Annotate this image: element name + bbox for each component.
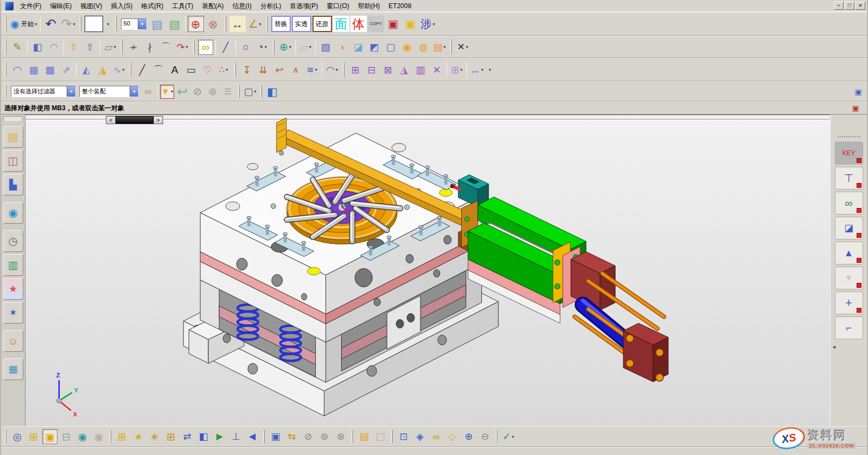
snapshot-disabled-button[interactable]: ◉ <box>91 429 106 444</box>
curve-fillet-button[interactable]: ⌒ <box>158 40 174 55</box>
display-options-dropdown[interactable]: ▾ <box>104 16 112 32</box>
moldbase-key-button[interactable]: KEY <box>835 142 863 165</box>
dropdown-arrow[interactable]: ▾ <box>226 67 228 72</box>
studio-spline-button[interactable]: ♡ <box>200 62 215 78</box>
dropdown-arrow[interactable]: ▾ <box>444 45 446 49</box>
move-face-button[interactable]: ⊞ <box>348 62 363 78</box>
dropdown-arrow[interactable]: ▾ <box>466 45 468 49</box>
deform-surface-button[interactable]: ◠ <box>46 40 61 55</box>
part-navigator-button[interactable]: ▙ <box>3 174 23 195</box>
show-component-button[interactable]: ▣ <box>42 429 58 444</box>
through-curves-button[interactable]: ▦ <box>26 62 41 78</box>
exploded-views-button[interactable]: ◈ <box>412 429 427 444</box>
menu-view[interactable]: 视图(V) <box>76 2 106 10</box>
relations-button[interactable]: ⊕ <box>461 429 476 444</box>
suppress-component-button[interactable]: ⊘ <box>301 429 316 444</box>
section-surface-button[interactable]: ◭ <box>79 62 94 78</box>
mirror-assembly-button[interactable]: ◧ <box>196 429 211 444</box>
history-button[interactable]: ◷ <box>3 230 23 252</box>
docked-palette-icon[interactable]: ▣ <box>848 100 863 116</box>
layer-combo-arrow[interactable]: ▼ <box>138 19 146 29</box>
resource-bar-tab[interactable] <box>3 116 23 121</box>
menu-analysis[interactable]: 分析(L) <box>256 2 286 10</box>
menu-et2008[interactable]: ET2008 <box>384 2 416 10</box>
pattern-component-button[interactable]: ∗ <box>147 429 162 444</box>
elbow-part-button[interactable]: ⌐ <box>835 317 863 339</box>
thicken-sheet-button[interactable]: ⇧ <box>82 40 98 55</box>
dropdown-arrow[interactable]: ▾ <box>289 45 291 49</box>
divide-curve-button[interactable]: ∤ <box>142 40 157 55</box>
cavity-button[interactable]: ◩ <box>367 40 382 55</box>
solid-cube-red-button[interactable]: ▣ <box>385 16 401 32</box>
show-only-button[interactable]: ▤ <box>356 429 372 444</box>
snap-point-button[interactable]: ▼▾ <box>160 85 174 99</box>
arc-button[interactable]: ◔▾ <box>254 40 270 55</box>
offset-region-button[interactable]: ⊠ <box>380 62 395 78</box>
find-component-button[interactable]: ◎ <box>10 429 25 444</box>
adaptive-dimension-button[interactable]: ✕▾ <box>455 40 470 55</box>
trim-curve-button[interactable]: ≁ <box>126 40 141 55</box>
docked-snap-icon[interactable]: ▣ <box>851 85 865 99</box>
dropdown-arrow[interactable]: ▾ <box>309 45 311 49</box>
selection-filter-arrow[interactable]: ▼ <box>67 86 75 97</box>
dropdown-arrow[interactable]: ▾ <box>259 22 261 27</box>
dropdown-arrow[interactable]: ▾ <box>265 45 267 49</box>
curve-mesh-button[interactable]: ▩ <box>42 62 58 78</box>
interpart-link-button[interactable]: ∞ <box>429 429 444 444</box>
orient-view-cube-button[interactable]: ◧ <box>265 85 279 99</box>
extrude-sheet-button[interactable]: ⇧ <box>66 40 81 55</box>
swept-surface-button[interactable]: ⇗ <box>59 62 74 78</box>
pull-face-button[interactable]: ⊟ <box>364 62 379 78</box>
graphics-window[interactable]: < > <box>25 115 830 426</box>
split-body-button[interactable]: ◧ <box>30 40 45 55</box>
wave-browser-button[interactable]: ◇ <box>445 429 460 444</box>
copy-object-button[interactable]: COPY <box>368 16 384 32</box>
assembly-navigator-button[interactable]: ▤ <box>3 126 23 148</box>
section-curve-button[interactable]: ≋▾ <box>304 62 320 78</box>
selection-scope-combo[interactable]: 整个装配 ▼ <box>79 86 139 97</box>
block-button[interactable]: ▧ <box>318 40 333 55</box>
menu-information[interactable]: 信息(I) <box>228 2 256 10</box>
menu-edit[interactable]: 编辑(E) <box>46 2 76 10</box>
system-materials-button[interactable]: ▥ <box>3 254 23 276</box>
erase-highlight-button[interactable]: ⊘ <box>190 85 205 99</box>
sketch-button[interactable]: ✎ <box>10 40 25 55</box>
dropdown-arrow[interactable]: ▾ <box>171 89 173 94</box>
blend-surface-button[interactable]: ◮ <box>95 62 110 78</box>
open-component-button[interactable]: ⊞ <box>26 429 41 444</box>
dropdown-arrow[interactable]: ▾ <box>315 67 317 72</box>
wrap-curve-button[interactable]: ↩ <box>272 62 287 78</box>
link-part-button[interactable]: ∞ <box>835 192 863 214</box>
process-studio-button[interactable]: ★ <box>3 278 23 300</box>
selection-scope-arrow[interactable]: ▼ <box>130 86 138 97</box>
measure-angle-button[interactable]: ∠▾ <box>247 16 263 32</box>
menu-assemblies[interactable]: 装配(A) <box>197 2 228 10</box>
body-display-button[interactable]: 体 <box>350 16 367 32</box>
project-curve-button[interactable]: ↧ <box>239 62 254 78</box>
snapshot-button[interactable]: ◉ <box>75 429 90 444</box>
dropdown-arrow[interactable]: ▾ <box>481 67 483 72</box>
layer-settings-button[interactable]: ▤ <box>149 16 165 32</box>
resize-blend-button[interactable]: ▥ <box>413 62 428 78</box>
dropdown-arrow[interactable]: ▾ <box>123 67 125 72</box>
replace-face-button[interactable]: ◮ <box>397 62 412 78</box>
hole-button[interactable]: ◉ <box>399 40 414 55</box>
rectangle-select-button[interactable]: ▢▾ <box>243 85 257 99</box>
recall-point-button[interactable]: ⊕ <box>206 85 220 99</box>
interference-button[interactable]: 涉▾ <box>420 16 436 32</box>
menu-preferences[interactable]: 首选项(P) <box>285 2 322 10</box>
text-curve-button[interactable]: A <box>167 62 182 78</box>
selection-filter-combo[interactable]: 没有选择过滤器 ▼ <box>11 86 76 97</box>
wcs-display-button[interactable]: ⊕ <box>188 16 204 32</box>
slab-button[interactable]: ◪ <box>350 40 366 55</box>
roles-button[interactable]: ☺ <box>3 330 23 352</box>
profile-line-button[interactable]: ╱ <box>135 62 150 78</box>
menu-insert[interactable]: 插入(S) <box>106 2 137 10</box>
cam-plate-part-button[interactable]: ▲ <box>835 242 863 264</box>
edit-curve-length-button[interactable]: ↷▾ <box>175 40 190 55</box>
hide-component-button[interactable]: ▢ <box>373 429 388 444</box>
cylinder-button[interactable]: ▢ <box>383 40 398 55</box>
maximize-button[interactable]: □ <box>845 2 854 10</box>
selection-link-button[interactable]: ∞ <box>141 85 155 99</box>
menu-format[interactable]: 格式(R) <box>137 2 168 10</box>
